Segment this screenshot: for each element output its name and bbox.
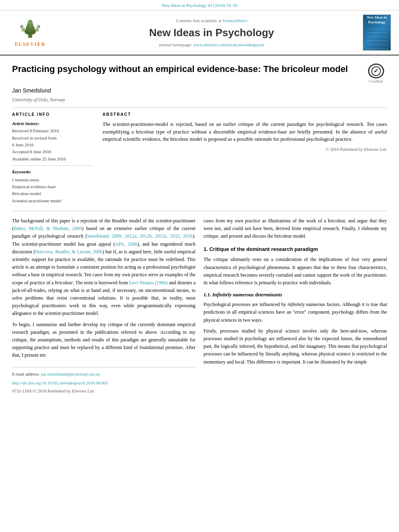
ref-levi-strauss[interactable]: Levi-Strauss (1966)	[129, 280, 168, 286]
keyword-1: Common sense	[12, 177, 93, 183]
journal-header: ELSEVIER Contents lists available at Sci…	[0, 10, 399, 55]
article-info-abstract: ARTICLE INFO Article history: Received 8…	[12, 112, 387, 205]
article-title-section: Practicing psychology without an empiric…	[12, 64, 387, 84]
subsection-1-1-para2: Firstly, processes studied by physical s…	[204, 327, 387, 366]
journal-center: Contents lists available at ScienceDirec…	[60, 18, 363, 48]
info-divider	[12, 165, 93, 166]
ref-apa[interactable]: APA, 2006	[115, 241, 137, 247]
section-1-para: The critique ultimately rests on a consi…	[204, 256, 387, 287]
ref-smedslund[interactable]: Smedslund, 2009, 2012a, 2012b, 2012c, 20…	[87, 233, 193, 239]
journal-homepage-line: journal homepage: www.elsevier.com/locat…	[60, 42, 363, 48]
crossmark-icon: ✓	[368, 64, 384, 78]
article-title: Practicing psychology without an empiric…	[12, 64, 357, 75]
body-column-left: The background of this paper is a reject…	[12, 217, 195, 398]
svg-point-4	[28, 20, 33, 25]
issn-publisher-line: 0732-118X/© 2016 Published by Elsevier L…	[12, 388, 195, 395]
ref-baker[interactable]: Baker, McFall, & Shoham, 2009	[14, 226, 82, 231]
journal-title: New Ideas in Psychology	[60, 25, 363, 40]
abstract-section: ABSTRACT The scientist-practitioner-mode…	[103, 112, 387, 205]
title-divider	[12, 107, 387, 108]
email-link[interactable]: jan.smedslund@psykologi.uio.no	[41, 372, 100, 376]
body-para-3: cases from my own practice as illustrati…	[204, 217, 387, 240]
journal-citation-text: New Ideas in Psychology 43 (2016) 50–56	[162, 3, 237, 8]
svg-point-5	[21, 28, 25, 32]
affiliation: University of Oslo, Norway	[12, 97, 387, 103]
available-date: Available online 25 June 2016	[12, 156, 93, 162]
ref-norcross[interactable]: Norcross, Beutler, & Levant, 2006	[35, 249, 102, 255]
homepage-url[interactable]: www.elsevier.com/locate/newideapsych	[193, 42, 264, 47]
subsection-1-1-para1: Psychological processes are influenced b…	[204, 301, 387, 324]
tree-icon	[16, 18, 44, 40]
keyword-4: Scientist-practitioner model	[12, 198, 93, 204]
received-revised-date: 6 June 2016	[12, 142, 93, 148]
section-1-heading: 1. Critique of the dominant research par…	[204, 245, 387, 254]
keywords-label: Keywords:	[12, 169, 93, 175]
crossmark-badge: ✓ CrossMark	[365, 64, 387, 84]
keyword-2: Empirical evidence-base	[12, 184, 93, 190]
article-info-panel: ARTICLE INFO Article history: Received 8…	[12, 112, 93, 205]
keyword-3: Bricoleur model	[12, 191, 93, 197]
svg-point-6	[35, 28, 39, 32]
svg-point-8	[37, 25, 40, 28]
body-divider	[12, 211, 387, 211]
author-name: Jan Smedslund	[12, 87, 387, 95]
copyright-notice: © 2016 Published by Elsevier Ltd.	[103, 146, 387, 152]
body-column-right: cases from my own practice as illustrati…	[204, 217, 387, 398]
elsevier-brand-text: ELSEVIER	[15, 41, 46, 48]
journal-cover-image: New Ideas inPsychology _______________ _…	[363, 14, 391, 51]
body-para-1: The background of this paper is a reject…	[12, 217, 195, 317]
accepted-date: Accepted 8 June 2016	[12, 149, 93, 155]
history-label: Article history:	[12, 121, 93, 127]
received-date: Received 8 February 2016	[12, 128, 93, 134]
svg-point-7	[20, 25, 23, 28]
subsection-1-1-heading: 1.1. Infinitely numerous determinants	[204, 291, 387, 299]
crossmark-label: CrossMark	[369, 79, 383, 84]
doi-line[interactable]: http://dx.doi.org/10.1016/j.newideapsych…	[12, 380, 195, 387]
abstract-text: The scientist-practitioner-model is reje…	[103, 121, 387, 143]
received-revised-label: Received in revised form	[12, 135, 93, 141]
elsevier-logo: ELSEVIER	[8, 18, 52, 48]
doi-link[interactable]: http://dx.doi.org/10.1016/j.newideapsych…	[12, 380, 108, 385]
article-info-heading: ARTICLE INFO	[12, 112, 93, 117]
main-content: Practicing psychology without an empiric…	[0, 55, 399, 407]
article-footer: E-mail address: jan.smedslund@psykologi.…	[12, 367, 195, 398]
body-para-2: To begin, I summarize and further develo…	[12, 321, 195, 359]
article-body-columns: The background of this paper is a reject…	[12, 217, 387, 398]
sciencedirect-anchor[interactable]: ScienceDirect	[222, 18, 247, 23]
journal-citation-bar: New Ideas in Psychology 43 (2016) 50–56	[0, 0, 399, 10]
sciencedirect-link[interactable]: Contents lists available at ScienceDirec…	[60, 18, 363, 24]
email-footnote: E-mail address: jan.smedslund@psykologi.…	[12, 371, 195, 378]
abstract-heading: ABSTRACT	[103, 112, 387, 117]
